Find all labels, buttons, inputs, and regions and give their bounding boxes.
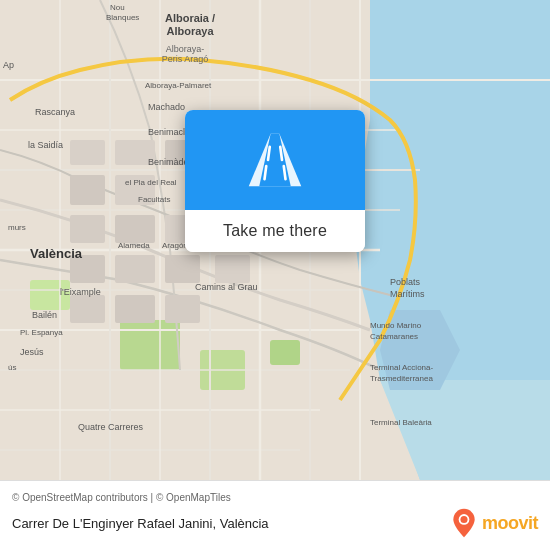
svg-text:Terminal Acciona-: Terminal Acciona- [370,363,433,372]
svg-text:Pl. Espanya: Pl. Espanya [20,328,63,337]
svg-rect-25 [70,175,105,205]
svg-text:Jesús: Jesús [20,347,44,357]
svg-rect-28 [115,215,155,243]
svg-text:Alboraya-Palmaret: Alboraya-Palmaret [145,81,212,90]
popup-icon-container [185,110,365,210]
svg-rect-22 [70,140,105,165]
svg-text:Alboraya: Alboraya [166,25,214,37]
location-popup: Take me there [185,110,365,252]
svg-text:Rascanya: Rascanya [35,107,75,117]
location-row: Carrer De L'Enginyer Rafael Janini, Valè… [12,507,538,539]
svg-text:el Pla del Real: el Pla del Real [125,178,177,187]
svg-point-75 [460,516,467,523]
svg-text:ús: ús [8,363,16,372]
svg-text:Quatre Carreres: Quatre Carreres [78,422,144,432]
svg-text:Camins al Grau: Camins al Grau [195,282,258,292]
svg-rect-2 [120,320,180,370]
svg-text:Aragón: Aragón [162,241,188,250]
svg-rect-35 [115,295,155,323]
map-view[interactable]: Alboraia / Alboraya Alboraya- Peris Arag… [0,0,550,480]
svg-line-72 [280,147,282,160]
svg-text:Alboraya-: Alboraya- [166,44,205,54]
svg-rect-33 [215,255,250,283]
svg-text:Catamaranes: Catamaranes [370,332,418,341]
svg-rect-31 [115,255,155,283]
svg-text:València: València [30,246,83,261]
svg-text:Peris Aragó: Peris Aragó [162,54,209,64]
svg-text:Marítims: Marítims [390,289,425,299]
svg-text:murs: murs [8,223,26,232]
svg-text:Blanques: Blanques [106,13,139,22]
svg-rect-27 [70,215,105,243]
map-attribution: © OpenStreetMap contributors | © OpenMap… [12,492,538,503]
svg-text:Facultats: Facultats [138,195,170,204]
svg-line-73 [284,166,286,179]
svg-rect-4 [270,340,300,365]
svg-text:Mundo Marino: Mundo Marino [370,321,422,330]
svg-text:l'Eixample: l'Eixample [60,287,101,297]
svg-line-71 [265,166,267,179]
svg-text:Alboraia /: Alboraia / [165,12,215,24]
svg-text:Alameda: Alameda [118,241,150,250]
svg-text:Terminal Baleària: Terminal Baleària [370,418,432,427]
road-icon [240,125,310,195]
svg-text:Trasmediterranea: Trasmediterranea [370,374,433,383]
svg-text:Machado: Machado [148,102,185,112]
svg-rect-34 [70,295,105,323]
svg-rect-36 [165,295,200,323]
bottom-bar: © OpenStreetMap contributors | © OpenMap… [0,480,550,550]
svg-text:la Saidía: la Saidía [28,140,63,150]
svg-text:Nou: Nou [110,3,125,12]
moovit-text: moovit [482,513,538,534]
moovit-logo: moovit [450,507,538,539]
take-me-there-button[interactable]: Take me there [185,210,365,252]
svg-text:Bailén: Bailén [32,310,57,320]
svg-line-70 [268,147,270,160]
moovit-pin-icon [450,507,478,539]
svg-text:Ap: Ap [3,60,14,70]
location-name: Carrer De L'Enginyer Rafael Janini, Valè… [12,516,442,531]
svg-rect-32 [165,255,200,283]
svg-text:Poblats: Poblats [390,277,421,287]
